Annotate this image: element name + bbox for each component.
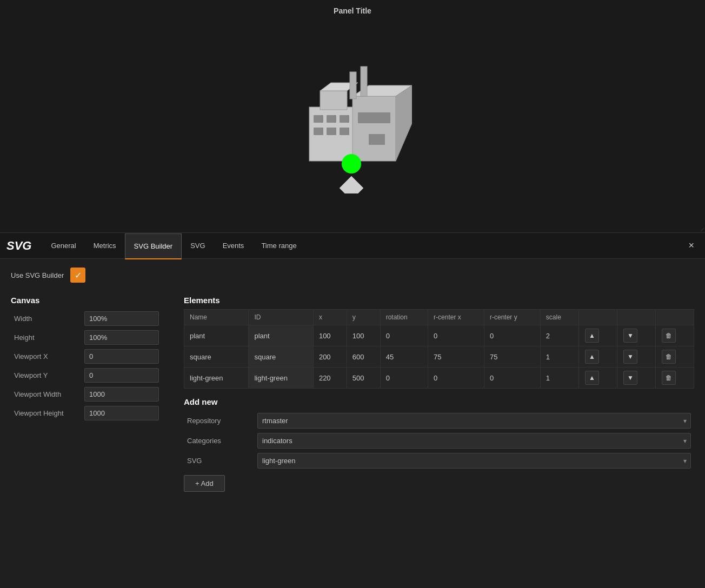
svg-rect-15 — [361, 66, 367, 96]
canvas-viewport-x-row: Viewport X — [11, 347, 162, 366]
svg-select-wrapper: light-green — [257, 453, 691, 469]
canvas-height-input[interactable] — [84, 330, 159, 345]
use-svg-builder-checkbox[interactable]: ✓ — [70, 268, 85, 283]
panel-content-area: Use SVG Builder ✓ Canvas Width — [0, 259, 705, 500]
canvas-viewport-height-input[interactable] — [84, 406, 159, 420]
repository-select-wrapper: rtmaster — [257, 413, 691, 429]
add-new-repository-row: Repository rtmaster — [184, 411, 694, 431]
element-square-y: 600 — [347, 346, 380, 368]
col-y: y — [347, 310, 380, 325]
delete-button-square[interactable]: 🗑 — [662, 350, 676, 364]
svg-point-16 — [342, 154, 361, 173]
element-lightgreen-name: light-green — [184, 368, 249, 389]
element-plant-action-delete: 🗑 — [655, 325, 694, 346]
delete-button-plant[interactable]: 🗑 — [662, 329, 676, 343]
canvas-area: ⟋ — [0, 19, 705, 232]
move-down-button-lightgreen[interactable]: ▼ — [623, 371, 637, 385]
canvas-width-input[interactable] — [84, 311, 159, 326]
element-lightgreen-y: 500 — [347, 368, 380, 389]
tab-svg-builder[interactable]: SVG Builder — [125, 233, 182, 259]
canvas-viewport-y-input[interactable] — [84, 368, 159, 383]
tab-general[interactable]: General — [42, 233, 84, 259]
canvas-viewport-x-input[interactable] — [84, 349, 159, 364]
add-new-form: Repository rtmaster Categories — [184, 411, 694, 471]
element-lightgreen-action-down: ▼ — [617, 368, 655, 389]
element-square-action-down: ▼ — [617, 346, 655, 368]
col-id: ID — [249, 310, 313, 325]
col-name: Name — [184, 310, 249, 325]
element-plant-y: 100 — [347, 325, 380, 346]
add-new-categories-row: Categories indicators — [184, 431, 694, 451]
col-scale: scale — [540, 310, 578, 325]
element-square-rotation: 45 — [380, 346, 428, 368]
col-action1 — [578, 310, 617, 325]
col-rcx: r-center x — [428, 310, 484, 325]
tab-events[interactable]: Events — [214, 233, 253, 259]
col-action2 — [617, 310, 655, 325]
categories-select-wrapper: indicators — [257, 433, 691, 449]
col-x: x — [313, 310, 347, 325]
categories-label: Categories — [184, 431, 254, 451]
svg-marker-17 — [340, 176, 363, 193]
add-new-title: Add new — [184, 397, 694, 406]
move-down-button-plant[interactable]: ▼ — [623, 329, 637, 343]
element-square-x: 200 — [313, 346, 347, 368]
main-two-col: Canvas Width Height — [11, 296, 694, 492]
col-rotation: rotation — [380, 310, 428, 325]
use-svg-builder-row: Use SVG Builder ✓ — [11, 268, 694, 283]
canvas-viewport-width-label: Viewport Width — [11, 385, 81, 404]
col-action3 — [655, 310, 694, 325]
element-plant-action-down: ▼ — [617, 325, 655, 346]
svg-select[interactable]: light-green — [257, 453, 691, 469]
element-lightgreen-rotation: 0 — [380, 368, 428, 389]
element-plant-rcy: 0 — [484, 325, 540, 346]
tab-metrics[interactable]: Metrics — [85, 233, 125, 259]
canvas-section: Canvas Width Height — [11, 296, 162, 423]
canvas-viewport-height-row: Viewport Height — [11, 404, 162, 423]
canvas-title: Canvas — [11, 296, 162, 305]
elements-section: Elements Name ID x y rotation r-center x… — [184, 296, 694, 492]
element-plant-id: plant — [249, 325, 313, 346]
svg-rect-12 — [320, 91, 347, 110]
element-lightgreen-rcy: 0 — [484, 368, 540, 389]
panel-logo: SVG — [6, 239, 31, 253]
close-button[interactable]: × — [684, 240, 699, 251]
tab-svg[interactable]: SVG — [182, 233, 214, 259]
move-up-button-plant[interactable]: ▲ — [585, 329, 599, 343]
move-up-button-square[interactable]: ▲ — [585, 350, 599, 364]
config-panel: SVG General Metrics SVG Builder SVG Even… — [0, 232, 705, 588]
move-down-button-square[interactable]: ▼ — [623, 350, 637, 364]
element-plant-name: plant — [184, 325, 249, 346]
col-rcy: r-center y — [484, 310, 540, 325]
svg-rect-5 — [327, 128, 336, 135]
tab-bar: SVG General Metrics SVG Builder SVG Even… — [0, 233, 705, 259]
svg-rect-4 — [314, 128, 323, 135]
canvas-viewport-y-label: Viewport Y — [11, 366, 81, 385]
svg-rect-3 — [340, 115, 349, 123]
elements-title: Elements — [184, 296, 694, 305]
element-lightgreen-rcx: 0 — [428, 368, 484, 389]
element-row-plant: plant plant 100 100 — [184, 325, 694, 346]
element-row-square: square square 200 600 — [184, 346, 694, 368]
svg-rect-10 — [358, 112, 390, 123]
canvas-viewport-width-input[interactable] — [84, 387, 159, 402]
element-lightgreen-action-delete: 🗑 — [655, 368, 694, 389]
element-plant-x: 100 — [313, 325, 347, 346]
add-new-svg-row: SVG light-green — [184, 451, 694, 471]
elements-header-row: Name ID x y rotation r-center x r-center… — [184, 310, 694, 325]
repository-select[interactable]: rtmaster — [257, 413, 691, 429]
element-square-rcy: 75 — [484, 346, 540, 368]
resize-handle[interactable]: ⟋ — [699, 226, 705, 232]
panel-title: Panel Title — [334, 0, 371, 19]
move-up-button-lightgreen[interactable]: ▲ — [585, 371, 599, 385]
canvas-height-row: Height — [11, 328, 162, 347]
tab-time-range[interactable]: Time range — [252, 233, 305, 259]
use-svg-label: Use SVG Builder — [11, 271, 64, 279]
canvas-height-label: Height — [11, 328, 81, 347]
delete-button-lightgreen[interactable]: 🗑 — [662, 371, 676, 385]
repository-label: Repository — [184, 411, 254, 431]
add-element-button[interactable]: + Add — [184, 475, 225, 492]
categories-select[interactable]: indicators — [257, 433, 691, 449]
svg-rect-11 — [369, 134, 385, 145]
element-lightgreen-action-up: ▲ — [578, 368, 617, 389]
